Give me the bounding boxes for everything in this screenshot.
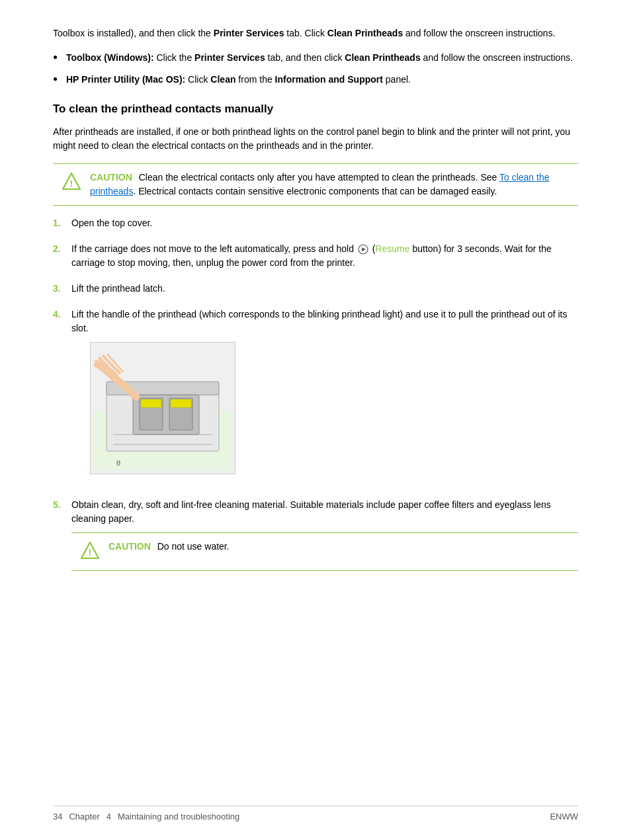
caution-text-2: CAUTION Do not use water.	[108, 540, 569, 554]
clean-printheads-bold1: Clean Printheads	[327, 28, 403, 38]
svg-text:!: !	[70, 179, 73, 189]
svg-rect-11	[171, 399, 191, 407]
clean-bold: Clean	[210, 74, 235, 85]
printer-services-bold2: Printer Services	[194, 52, 265, 63]
page-number: 34	[53, 812, 62, 821]
page-footer: 34 Chapter 4 Maintaining and troubleshoo…	[53, 806, 578, 821]
step-3: 3. Lift the printhead latch.	[53, 282, 578, 296]
clean-printheads-link[interactable]: To clean the printheads	[90, 172, 549, 196]
step-number-4: 4.	[53, 308, 71, 486]
svg-rect-10	[141, 399, 161, 407]
list-item: Toolbox (Windows): Click the Printer Ser…	[53, 51, 578, 65]
printer-services-bold1: Printer Services	[214, 28, 284, 38]
step-content-4: Lift the handle of the printhead (which …	[71, 308, 578, 486]
chapter-number: 4	[106, 812, 111, 821]
caution-text-1: CAUTION Clean the electrical contacts on…	[90, 171, 569, 198]
caution-triangle-icon-2: !	[81, 541, 99, 564]
caution-triangle-icon: !	[62, 172, 81, 192]
step-number-3: 3.	[53, 282, 71, 296]
resume-text: Resume	[375, 243, 409, 254]
numbered-steps: 1. Open the top cover. 2. If the carriag…	[53, 216, 578, 581]
bullet-list: Toolbox (Windows): Click the Printer Ser…	[53, 51, 578, 87]
step-1: 1. Open the top cover.	[53, 216, 578, 230]
section-intro: After printheads are installed, if one o…	[53, 125, 578, 153]
step-4: 4. Lift the handle of the printhead (whi…	[53, 308, 578, 486]
caution-label-1: CAUTION	[90, 172, 132, 183]
chapter-title: Maintaining and troubleshooting	[118, 812, 239, 821]
step-content-1: Open the top cover.	[71, 216, 578, 230]
svg-text:θ: θ	[116, 459, 120, 467]
caution-message-2: Do not use water.	[157, 541, 230, 552]
toolbox-windows-label: Toolbox (Windows):	[66, 52, 154, 63]
chapter-label: Chapter	[69, 812, 99, 821]
printer-illustration: θ	[90, 342, 235, 474]
step-content-3: Lift the printhead latch.	[71, 282, 578, 296]
intro-paragraph: Toolbox is installed), and then click th…	[53, 26, 578, 40]
step-content-2: If the carriage does not move to the lef…	[71, 242, 578, 270]
info-support-bold: Information and Support	[275, 74, 383, 85]
caution-box-1: ! CAUTION Clean the electrical contacts …	[53, 163, 578, 206]
hp-utility-label: HP Printer Utility (Mac OS):	[66, 74, 185, 85]
resume-button-icon	[358, 244, 368, 255]
step-content-5: Obtain clean, dry, soft and lint-free cl…	[71, 498, 578, 581]
step-2: 2. If the carriage does not move to the …	[53, 242, 578, 270]
step-5: 5. Obtain clean, dry, soft and lint-free…	[53, 498, 578, 581]
list-item: HP Printer Utility (Mac OS): Click Clean…	[53, 73, 578, 87]
svg-marker-3	[362, 247, 366, 251]
caution-label-2: CAUTION	[108, 541, 151, 552]
clean-printheads-bold2: Clean Printheads	[345, 52, 420, 63]
step-number-5: 5.	[53, 498, 71, 581]
section-title: To clean the printhead contacts manually	[53, 103, 578, 116]
page-container: Toolbox is installed), and then click th…	[0, 0, 631, 840]
svg-text:!: !	[89, 548, 91, 558]
step-number-1: 1.	[53, 216, 71, 230]
step-number-2: 2.	[53, 242, 71, 270]
caution-box-2: ! CAUTION Do not use water.	[71, 532, 578, 571]
footer-left: 34 Chapter 4 Maintaining and troubleshoo…	[53, 812, 239, 821]
footer-right: ENWW	[550, 812, 578, 821]
